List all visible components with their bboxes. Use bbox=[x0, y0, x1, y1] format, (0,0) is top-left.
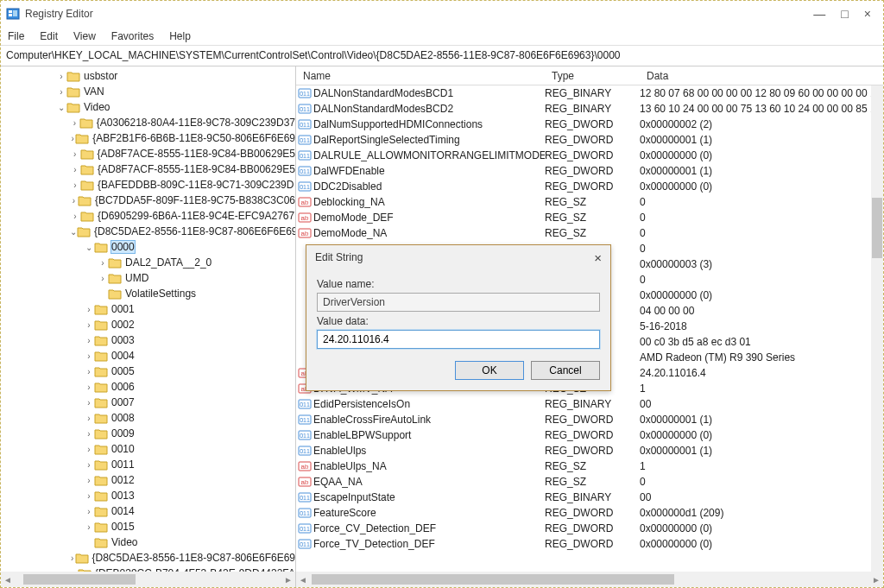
list-row[interactable]: 011DALNonStandardModesBCD2REG_BINARY13 6… bbox=[296, 101, 871, 117]
minimize-button[interactable]: — bbox=[813, 7, 825, 21]
expand-icon[interactable]: › bbox=[70, 149, 80, 159]
expand-icon[interactable]: › bbox=[84, 429, 94, 439]
tree-item[interactable]: ›{AD8F7ACF-8555-11E8-9C84-BB00629E5 bbox=[1, 161, 295, 177]
column-data[interactable]: Data bbox=[640, 70, 883, 82]
tree-item[interactable]: ›0001 bbox=[1, 301, 295, 317]
tree-item[interactable]: ›0003 bbox=[1, 332, 295, 348]
expand-icon[interactable]: › bbox=[84, 383, 94, 392]
expand-icon[interactable]: › bbox=[98, 258, 108, 268]
expand-icon[interactable]: › bbox=[70, 118, 79, 128]
column-name[interactable]: Name bbox=[296, 70, 545, 82]
tree-item[interactable]: Video bbox=[1, 534, 295, 550]
menu-help[interactable]: Help bbox=[169, 30, 191, 42]
tree-item[interactable]: ›DAL2_DATA__2_0 bbox=[1, 255, 295, 270]
collapse-icon[interactable]: ⌄ bbox=[84, 243, 94, 252]
expand-icon[interactable]: › bbox=[70, 180, 80, 190]
tree-item[interactable]: ›{BC7DDA5F-809F-11E8-9C75-B838C3C06 bbox=[1, 193, 295, 208]
list-row[interactable]: abDemoMode_NAREG_SZ0 bbox=[296, 225, 871, 241]
tree-item[interactable]: ›0005 bbox=[1, 364, 295, 379]
menu-favorites[interactable]: Favorites bbox=[111, 30, 154, 42]
list-row[interactable]: 011DDC2DisabledREG_DWORD0x00000000 (0) bbox=[296, 179, 871, 194]
expand-icon[interactable]: › bbox=[84, 507, 94, 516]
tree-item[interactable]: VolatileSettings bbox=[1, 286, 295, 301]
tree-item[interactable]: ›usbstor bbox=[1, 68, 295, 84]
tree-item[interactable]: ›{ABF2B1F6-6B6B-11E8-9C50-806E6F6E69 bbox=[1, 130, 295, 146]
expand-icon[interactable]: › bbox=[84, 414, 94, 423]
tree-item[interactable]: ›0013 bbox=[1, 488, 295, 503]
scroll-left-icon[interactable]: ◄ bbox=[296, 575, 310, 585]
expand-icon[interactable]: › bbox=[70, 165, 80, 174]
expand-icon[interactable]: › bbox=[84, 367, 94, 376]
scroll-right-icon[interactable]: ► bbox=[281, 575, 295, 585]
list-row[interactable]: 011DalNumSupportedHDMIConnectionsREG_DWO… bbox=[296, 117, 871, 132]
cancel-button[interactable]: Cancel bbox=[531, 361, 600, 380]
tree-item[interactable]: ⌄Video bbox=[1, 99, 295, 115]
expand-icon[interactable]: › bbox=[84, 305, 94, 314]
collapse-icon[interactable]: ⌄ bbox=[56, 103, 66, 112]
tree-item[interactable]: ›0014 bbox=[1, 503, 295, 519]
expand-icon[interactable]: › bbox=[84, 336, 94, 345]
tree-hscroll-thumb[interactable] bbox=[23, 574, 136, 585]
expand-icon[interactable]: › bbox=[84, 460, 94, 470]
tree-item[interactable]: ›{A0306218-80A4-11E8-9C78-309C239D37 bbox=[1, 115, 295, 130]
tree-item[interactable]: ›{D8C5DAE3-8556-11E8-9C87-806E6F6E69 bbox=[1, 550, 295, 566]
tree-item[interactable]: ›{DEB039CC-B704-4F53-B43E-9DD4432FA bbox=[1, 566, 295, 572]
scroll-left-icon[interactable]: ◄ bbox=[1, 575, 15, 585]
dialog-titlebar[interactable]: Edit String × bbox=[306, 245, 610, 269]
list-row[interactable]: 011Force_CV_Detection_DEFREG_DWORD0x0000… bbox=[296, 521, 871, 536]
tree-item[interactable]: ⌄0000 bbox=[1, 239, 295, 255]
list-row[interactable]: 011EdidPersistenceIsOnREG_BINARY00 bbox=[296, 396, 871, 412]
maximize-button[interactable]: □ bbox=[841, 7, 848, 21]
list-row[interactable]: 011DALRULE_ALLOWMONITORRANGELIMITMODESCR… bbox=[296, 148, 871, 163]
tree-item[interactable]: ›0011 bbox=[1, 457, 295, 472]
list-row[interactable]: 011DalReportSingleSelectedTimingREG_DWOR… bbox=[296, 132, 871, 148]
tree-item[interactable]: ›0012 bbox=[1, 472, 295, 488]
list-hscroll-thumb[interactable] bbox=[312, 574, 674, 585]
list-row[interactable]: abEnableUlps_NAREG_SZ1 bbox=[296, 458, 871, 474]
tree-item[interactable]: ›{D6905299-6B6A-11E8-9C4E-EFC9A2767 bbox=[1, 208, 295, 224]
scroll-right-icon[interactable]: ► bbox=[869, 575, 883, 585]
collapse-icon[interactable]: ⌄ bbox=[70, 227, 77, 237]
list-row[interactable]: abEQAA_NAREG_SZ0 bbox=[296, 474, 871, 490]
tree-hscrollbar[interactable]: ◄ ► bbox=[1, 572, 295, 587]
tree-item[interactable]: ⌄{D8C5DAE2-8556-11E8-9C87-806E6F6E69 bbox=[1, 224, 295, 239]
list-hscrollbar[interactable]: ◄ ► bbox=[296, 572, 883, 587]
address-bar[interactable]: Computer\HKEY_LOCAL_MACHINE\SYSTEM\Curre… bbox=[1, 46, 883, 66]
tree-list[interactable]: ›usbstor›VAN⌄Video›{A0306218-80A4-11E8-9… bbox=[1, 66, 295, 572]
ok-button[interactable]: OK bbox=[455, 361, 524, 380]
tree-item[interactable]: ›0007 bbox=[1, 395, 295, 410]
list-row[interactable]: 011EnableUlpsREG_DWORD0x00000001 (1) bbox=[296, 443, 871, 458]
tree-item[interactable]: ›0009 bbox=[1, 426, 295, 441]
expand-icon[interactable]: › bbox=[70, 212, 80, 221]
expand-icon[interactable]: › bbox=[56, 87, 66, 97]
expand-icon[interactable]: › bbox=[84, 351, 94, 361]
list-row[interactable]: 011FeatureScoreREG_DWORD0x000000d1 (209) bbox=[296, 505, 871, 521]
value-data-field[interactable] bbox=[317, 330, 600, 349]
list-row[interactable]: abDemoMode_DEFREG_SZ0 bbox=[296, 210, 871, 225]
tree-item[interactable]: ›UMD bbox=[1, 270, 295, 286]
column-type[interactable]: Type bbox=[545, 70, 640, 82]
list-row[interactable]: 011EnableLBPWSupportREG_DWORD0x00000000 … bbox=[296, 427, 871, 443]
menu-edit[interactable]: Edit bbox=[40, 30, 58, 42]
expand-icon[interactable]: › bbox=[84, 320, 94, 330]
list-vscroll-thumb[interactable] bbox=[872, 198, 882, 258]
expand-icon[interactable]: › bbox=[84, 476, 94, 485]
menu-file[interactable]: File bbox=[8, 30, 24, 42]
list-row[interactable]: 011EscapeInputStateREG_BINARY00 bbox=[296, 490, 871, 505]
expand-icon[interactable]: › bbox=[98, 274, 108, 283]
close-button[interactable]: × bbox=[864, 7, 871, 21]
tree-item[interactable]: ›VAN bbox=[1, 84, 295, 99]
tree-item[interactable]: ›0002 bbox=[1, 317, 295, 332]
list-vscrollbar[interactable] bbox=[871, 85, 883, 572]
list-row[interactable]: 011DalWFDEnableREG_DWORD0x00000001 (1) bbox=[296, 163, 871, 179]
expand-icon[interactable]: › bbox=[84, 445, 94, 454]
tree-item[interactable]: ›0015 bbox=[1, 519, 295, 534]
tree-item[interactable]: ›0010 bbox=[1, 441, 295, 457]
tree-item[interactable]: ›0006 bbox=[1, 379, 295, 395]
list-row[interactable]: abDeblocking_NAREG_SZ0 bbox=[296, 194, 871, 210]
expand-icon[interactable]: › bbox=[56, 72, 66, 81]
list-row[interactable]: 011EnableCrossFireAutoLinkREG_DWORD0x000… bbox=[296, 412, 871, 427]
expand-icon[interactable]: › bbox=[84, 398, 94, 408]
value-name-field[interactable] bbox=[317, 293, 600, 312]
expand-icon[interactable]: › bbox=[70, 196, 78, 205]
